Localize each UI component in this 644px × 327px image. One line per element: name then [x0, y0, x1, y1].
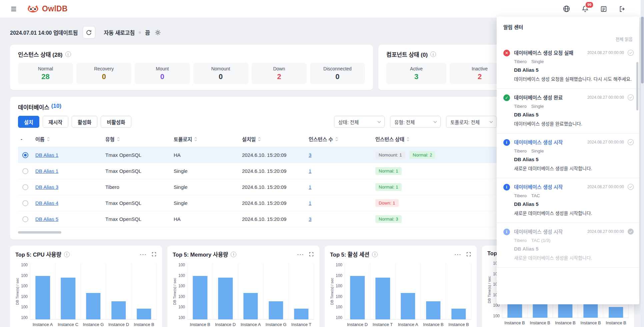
hamburger-menu-icon[interactable]	[9, 4, 19, 14]
x-tick-label: Instance B	[421, 322, 446, 327]
notification-bell-icon[interactable]: 99	[580, 4, 590, 14]
page-scrollbar-thumb[interactable]	[641, 17, 644, 83]
column-header-name[interactable]: 이름	[33, 131, 103, 147]
owl-logo-icon	[27, 4, 39, 13]
mark-read-icon[interactable]	[627, 94, 634, 101]
deactivate-button[interactable]: 비활성화	[101, 116, 131, 128]
notification-message: 데이터베이스 생성을 완료했습니다.	[514, 120, 634, 127]
bar	[111, 301, 126, 319]
plot-column	[55, 263, 81, 319]
globe-icon[interactable]	[561, 4, 571, 14]
x-tick-label: Instance B	[502, 320, 527, 325]
row-radio[interactable]	[22, 216, 28, 222]
horizontal-scrollbar[interactable]	[18, 231, 61, 234]
column-header-installed[interactable]: 설치일	[239, 131, 306, 147]
notification-item[interactable]: i 데이터베이스 생성 시작 2024.08.27 00:00:00 Tiber…	[497, 133, 639, 178]
install-button[interactable]: 설치	[18, 116, 39, 128]
page-scrollbar[interactable]	[641, 0, 644, 327]
select-value: 유형: 전체	[394, 118, 415, 125]
notification-message: 새로운 데이터베이스 생성을 시작합니다.	[514, 210, 634, 217]
plot-column	[395, 263, 421, 319]
notification-item[interactable]: ✕ 데이터베이스 생성 요청 실패 2024.08.27 00:00:00 Ti…	[497, 44, 639, 89]
column-header-instance-count[interactable]: 인스턴스 수	[306, 131, 373, 147]
expand-icon[interactable]	[151, 252, 157, 257]
y-axis-label: DB Time(s) / sec	[330, 263, 334, 320]
mark-read-icon[interactable]	[627, 184, 634, 190]
db-name-link[interactable]: DB Alias 3	[35, 184, 58, 190]
instance-count-link[interactable]: 1	[309, 184, 311, 190]
x-tick-label: Instance T	[370, 322, 395, 327]
tile-value: 2	[277, 72, 281, 81]
stat-tile-active: Active 3	[386, 63, 446, 84]
row-radio[interactable]	[22, 184, 28, 190]
refresh-button[interactable]	[83, 26, 95, 39]
stat-tile-recovery: Recovery 0	[76, 63, 131, 84]
gear-icon[interactable]	[155, 29, 161, 36]
mark-read-icon[interactable]	[627, 228, 634, 235]
sort-icon	[335, 137, 338, 141]
db-type-cell: Tmax OpenSQL	[103, 211, 171, 227]
success-icon: ✓	[503, 94, 510, 101]
row-radio[interactable]	[22, 200, 28, 206]
stat-tile-normal: Normal 28	[18, 63, 73, 84]
bar	[269, 301, 283, 319]
mark-read-icon[interactable]	[627, 49, 634, 56]
db-type-cell: Tmax OpenSQL	[103, 195, 171, 211]
tile-label: Normal	[38, 66, 53, 71]
y-axis-ticks: 100100100100100100	[19, 263, 30, 320]
bar	[193, 276, 207, 319]
notification-item[interactable]: i 데이터베이스 생성 시작 2024.08.27 00:00:00 Tiber…	[497, 178, 639, 223]
x-tick-label: Instance D	[213, 322, 238, 327]
notification-item[interactable]: i 데이터베이스 생성 시작 2024.08.27 00:00:00 Tiber…	[497, 223, 639, 268]
db-name-link[interactable]: DB Alias 1	[35, 152, 58, 158]
instance-count-link[interactable]: 3	[309, 216, 311, 222]
status-badge: Normal: 3	[375, 215, 402, 223]
panel-scrollbar[interactable]	[636, 62, 638, 110]
y-tick-label: 100	[336, 316, 342, 320]
notification-count-badge: 99	[585, 1, 594, 8]
column-header-type[interactable]: 유형	[103, 131, 171, 147]
info-icon[interactable]: i	[231, 252, 236, 257]
y-axis-ticks: 100100100100100100	[177, 263, 187, 320]
db-name-link[interactable]: DB Alias 1	[35, 168, 58, 174]
restart-button[interactable]: 재시작	[43, 116, 68, 128]
tile-label: Down	[273, 66, 285, 71]
info-icon[interactable]: i	[64, 252, 70, 257]
db-topology-cell: Single	[171, 163, 239, 179]
row-radio[interactable]	[22, 168, 28, 174]
activate-button[interactable]: 활성화	[72, 116, 97, 128]
sort-icon	[258, 137, 261, 141]
info-icon[interactable]: i	[372, 252, 378, 257]
instance-count-link[interactable]: 3	[309, 152, 311, 158]
more-icon[interactable]: ···	[140, 251, 147, 257]
db-name-link[interactable]: DB Alias 5	[35, 216, 58, 222]
info-icon[interactable]: i	[65, 51, 71, 57]
sort-icon	[194, 137, 197, 141]
row-radio[interactable]	[22, 152, 28, 158]
app-logo[interactable]: OwlDB	[27, 4, 68, 13]
type-filter-select[interactable]: 유형: 전체	[390, 116, 441, 128]
y-axis-ticks: 100100100100100100	[334, 263, 345, 320]
instance-count-link[interactable]: 1	[309, 200, 311, 206]
sort-icon	[117, 137, 120, 141]
expand-icon[interactable]	[309, 252, 314, 257]
logout-icon[interactable]	[617, 4, 627, 14]
instance-count-link[interactable]: 1	[309, 168, 311, 174]
board-icon[interactable]	[599, 4, 609, 14]
column-header-topology[interactable]: 토폴로지	[171, 131, 239, 147]
more-icon[interactable]: ···	[297, 251, 304, 257]
x-axis-labels: Instance DInstance TInstance AInstance B…	[345, 322, 471, 327]
notification-item[interactable]: ✓ 데이터베이스 생성 완료 2024.08.27 00:00:00 Tiber…	[497, 89, 639, 133]
plot-column	[106, 263, 131, 319]
expand-icon[interactable]	[466, 252, 471, 257]
info-status-icon: i	[503, 184, 510, 191]
status-filter-select[interactable]: 상태: 전체	[334, 116, 385, 128]
more-icon[interactable]: ···	[454, 251, 461, 257]
auto-refresh-state: 끔	[145, 28, 150, 36]
topology-filter-select[interactable]: 토폴로지: 전체	[446, 116, 497, 128]
db-name-link[interactable]: DB Alias 4	[35, 200, 58, 206]
info-icon[interactable]: i	[430, 51, 436, 57]
tile-value: 0	[219, 72, 223, 81]
read-all-link[interactable]: 전체 읽음	[497, 30, 639, 44]
mark-read-icon[interactable]	[627, 139, 634, 145]
